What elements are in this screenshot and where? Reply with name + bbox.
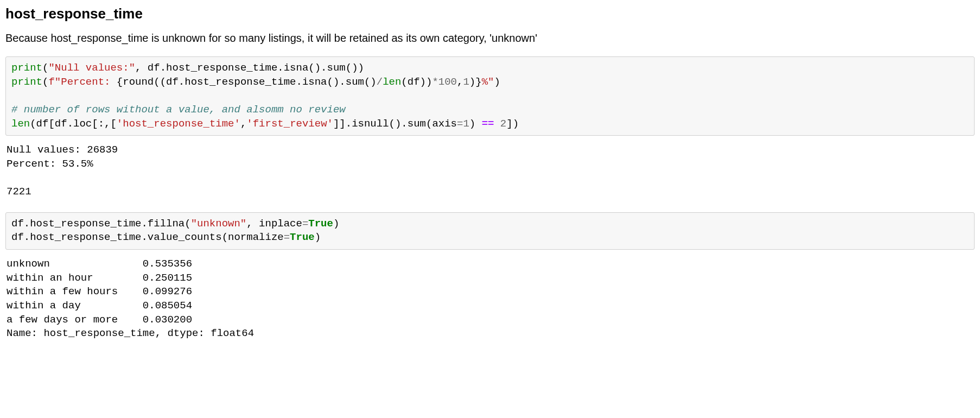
token: df.host_response_time.value_counts(norma… [11,231,284,243]
token: round [123,76,154,88]
token-string: 'host_response_time' [117,118,240,130]
token-len: len [383,76,401,88]
output-cell-1: Null values: 26839 Percent: 53.5% 7221 [5,143,975,199]
token: , [457,76,463,88]
code-cell-1[interactable]: print("Null values:", df.host_response_t… [5,56,975,136]
token: df.host_response_time.fillna( [11,218,191,230]
token [494,118,500,130]
token-op: = [302,218,308,230]
token: )} [469,76,482,88]
token-len: len [11,118,30,130]
token-num: 2 [500,118,506,130]
token-string: "unknown" [191,218,247,230]
output-line: Null values: 26839 [7,144,118,156]
token: ) [494,76,500,88]
output-row-label: unknown [7,258,130,270]
token: ( [42,76,48,88]
token: , df.host_response_time.isna().sum()) [135,62,364,74]
section-description: Because host_response_time is unknown fo… [5,32,975,45]
output-row-label: a few days or more [7,314,130,326]
token-num: 1 [463,76,469,88]
token-keyword: True [308,218,333,230]
token: , [240,118,246,130]
token: ]].isnull().sum(axis [333,118,457,130]
output-row-label: within a day [7,300,130,312]
token-print: print [11,62,42,74]
token: (df)) [401,76,432,88]
token-op: == [482,118,494,130]
output-row-value: 0.250115 [130,272,192,284]
token-fstring: %" [482,76,494,88]
token-keyword: True [290,231,315,243]
token: ]) [506,118,519,130]
output-cell-2: unknown 0.535356 within an hour 0.250115… [5,257,975,341]
token-op: * [432,76,438,88]
token: , inplace [246,218,302,230]
output-row-value: 0.030200 [130,314,192,326]
output-row-label: within a few hours [7,286,130,297]
token: ) [333,218,339,230]
token-print: print [11,76,42,88]
token-string: "Null values:" [48,62,135,74]
token: ) [469,118,482,130]
token-op: = [284,231,290,243]
output-line: 7221 [7,186,31,198]
token-string: 'first_review' [246,118,333,130]
token-fstring: f"Percent: [48,76,116,88]
token-op: / [377,76,383,88]
output-line: Percent: 53.5% [7,158,93,170]
output-footer: Name: host_response_time, dtype: float64 [7,327,254,339]
token-op: = [457,118,463,130]
token: (df[df.loc[:,[ [30,118,117,130]
output-row-value: 0.099276 [130,286,192,297]
output-row-value: 0.535356 [130,258,192,270]
token-num: 1 [463,118,469,130]
token-num: 100 [438,76,457,88]
token: ((df.host_response_time.isna().sum() [154,76,376,88]
token-comment: # number of rows without a value, and al… [11,104,346,116]
token: ) [315,231,321,243]
section-heading: host_response_time [5,5,975,22]
output-row-label: within an hour [7,272,130,284]
code-cell-2[interactable]: df.host_response_time.fillna("unknown", … [5,212,975,250]
token: ( [42,62,48,74]
token: { [117,76,123,88]
output-row-value: 0.085054 [130,300,192,312]
